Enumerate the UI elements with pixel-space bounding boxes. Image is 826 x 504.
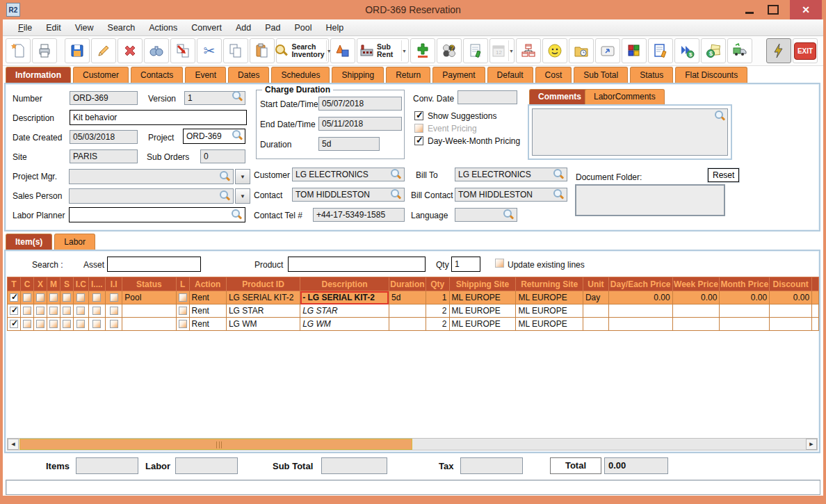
product-id-cell[interactable]: LG STAR	[226, 304, 300, 318]
x-checkbox[interactable]	[36, 307, 44, 315]
s-checkbox[interactable]	[63, 307, 71, 315]
option-circles-button[interactable]: ?	[437, 38, 462, 63]
s-checkbox[interactable]	[63, 293, 71, 302]
status-cell[interactable]	[122, 318, 176, 331]
t-checkbox[interactable]	[10, 320, 18, 328]
qty-cell[interactable]: 2	[426, 304, 449, 318]
menu-help[interactable]: Help	[319, 21, 351, 35]
new-document-button[interactable]	[6, 38, 31, 63]
menu-pad[interactable]: Pad	[258, 21, 287, 35]
col-product-id[interactable]: Product ID	[226, 277, 300, 291]
c-checkbox[interactable]	[23, 307, 31, 315]
shipping-site-cell[interactable]: ML EUROPE	[449, 304, 516, 318]
menu-file[interactable]: File	[11, 21, 39, 35]
tab-information[interactable]: Information	[6, 67, 71, 83]
description-cell[interactable]: LG WM	[300, 318, 389, 331]
table-row[interactable]: Pool Rent LG SERIAL KIT-2 - LG SERIAL KI…	[8, 291, 819, 304]
m-checkbox[interactable]	[49, 293, 58, 302]
c-checkbox[interactable]	[23, 320, 31, 328]
notes-button[interactable]	[463, 38, 488, 63]
contact-tel-field[interactable]: +44-17-5349-1585	[313, 208, 405, 222]
col-returning-site[interactable]: Returning Site	[516, 277, 583, 291]
col-qty[interactable]: Qty	[426, 277, 449, 291]
month-price-cell[interactable]	[720, 304, 770, 318]
ic-checkbox[interactable]	[76, 320, 85, 328]
close-button[interactable]	[790, 0, 822, 19]
l-checkbox[interactable]	[179, 293, 187, 302]
table-row[interactable]: Rent LG WM LG WM 2 ML EUROPE ML EUROPE	[8, 318, 819, 331]
smiley-button[interactable]	[542, 38, 567, 63]
col-x[interactable]: X	[34, 277, 47, 291]
folder-clock-button[interactable]	[569, 38, 594, 63]
tab-contacts[interactable]: Contacts	[131, 67, 183, 83]
tab-default[interactable]: Default	[487, 67, 533, 83]
month-price-cell[interactable]: 0.00	[720, 291, 770, 304]
duration-cell[interactable]	[389, 304, 426, 318]
returning-site-cell[interactable]: ML EUROPE	[516, 318, 583, 331]
edit-button[interactable]	[91, 38, 116, 63]
tab-shipping[interactable]: Shipping	[332, 67, 384, 83]
day-each-price-cell[interactable]	[608, 304, 672, 318]
menu-convert[interactable]: Convert	[184, 21, 229, 35]
col-t[interactable]: T	[8, 277, 21, 291]
project-search-icon[interactable]	[232, 130, 243, 140]
project-mgr-field[interactable]	[69, 169, 234, 184]
l-checkbox[interactable]	[179, 320, 187, 328]
menu-view[interactable]: View	[68, 21, 101, 35]
bill-to-search-icon[interactable]	[553, 169, 564, 179]
m-checkbox[interactable]	[49, 307, 58, 315]
m-checkbox[interactable]	[49, 320, 58, 328]
ii-checkbox[interactable]	[110, 307, 118, 315]
labor-planner-field[interactable]	[69, 207, 245, 222]
qty-cell[interactable]: 1	[426, 291, 449, 304]
qty-input[interactable]: 1	[451, 257, 480, 272]
bill-contact-search-icon[interactable]	[553, 189, 564, 200]
contact-search-icon[interactable]	[391, 189, 401, 200]
horizontal-scrollbar[interactable]	[7, 438, 818, 450]
product-id-cell[interactable]: LG SERIAL KIT-2	[226, 291, 300, 304]
menu-edit[interactable]: Edit	[39, 21, 68, 35]
delete-button[interactable]	[118, 38, 143, 63]
description-field[interactable]: Kit behavior	[70, 110, 247, 125]
t-checkbox[interactable]	[10, 307, 18, 315]
project-mgr-search-icon[interactable]	[220, 171, 230, 181]
tab-return[interactable]: Return	[386, 67, 430, 83]
calendar-dropdown[interactable]	[508, 40, 514, 61]
tab-labor[interactable]: Labor	[54, 234, 95, 250]
t-checkbox[interactable]	[10, 293, 18, 302]
document-folder-box[interactable]	[575, 184, 725, 216]
product-input[interactable]	[288, 257, 426, 272]
tab-event[interactable]: Event	[185, 67, 226, 83]
shapes-button[interactable]	[330, 38, 355, 63]
col-month-price[interactable]: Month Price	[720, 277, 770, 291]
scroll-left-arrow[interactable]	[8, 439, 19, 450]
col-duration[interactable]: Duration	[389, 277, 426, 291]
menu-add[interactable]: Add	[229, 21, 258, 35]
idots-checkbox[interactable]	[92, 293, 101, 302]
week-price-cell[interactable]: 0.00	[672, 291, 720, 304]
comments-search-icon[interactable]	[715, 111, 725, 121]
discount-cell[interactable]: 0.00	[770, 291, 812, 304]
idots-checkbox[interactable]	[92, 320, 101, 328]
returning-site-cell[interactable]: ML EUROPE	[516, 291, 583, 304]
col-week-price[interactable]: Week Price	[672, 277, 720, 291]
tab-labor-comments[interactable]: LaborComments	[585, 89, 665, 104]
quick-action-button[interactable]	[766, 38, 791, 63]
print-button[interactable]	[32, 38, 57, 63]
col-c[interactable]: C	[21, 277, 34, 291]
calendar-button[interactable]: 12	[489, 38, 515, 63]
paste-button[interactable]	[250, 38, 275, 63]
copy-button[interactable]	[223, 38, 248, 63]
menu-pool[interactable]: Pool	[287, 21, 318, 35]
sub-rent-button[interactable]: Sub Rent	[357, 38, 409, 63]
customer-field[interactable]: LG ELECTRONICS	[292, 168, 405, 181]
scroll-right-arrow[interactable]	[806, 439, 817, 450]
col-discount[interactable]: Discount	[770, 277, 812, 291]
cut-button[interactable]	[197, 38, 222, 63]
sales-person-dropdown[interactable]	[235, 188, 250, 204]
show-suggestions-checkbox[interactable]	[414, 111, 423, 120]
find-button[interactable]	[144, 38, 169, 63]
s-checkbox[interactable]	[63, 320, 71, 328]
minimize-button[interactable]	[740, 0, 759, 19]
ic-checkbox[interactable]	[76, 307, 85, 315]
